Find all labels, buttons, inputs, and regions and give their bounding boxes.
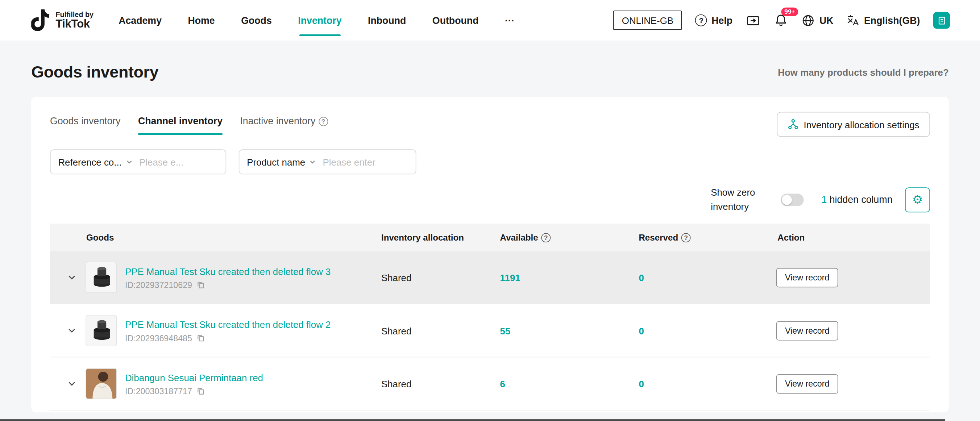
nav-item-inbound[interactable]: Inbound	[368, 0, 406, 41]
transfer-icon	[746, 13, 760, 27]
table-row: PPE Manual Test Sku created then deleted…	[50, 304, 930, 357]
view-record-button[interactable]: View record	[776, 374, 838, 393]
show-zero-inventory-toggle[interactable]	[781, 194, 804, 206]
header-inventory-allocation: Inventory allocation	[372, 233, 492, 243]
tab-channel-inventory[interactable]: Channel inventory	[138, 112, 223, 135]
transfer-button[interactable]	[746, 13, 760, 27]
product-image	[86, 368, 117, 399]
help-label: Help	[711, 15, 732, 26]
allocation-value: Shared	[372, 378, 492, 389]
inventory-table: Goods Inventory allocation Available? Re…	[50, 224, 930, 410]
table-row: Dibangun Sesuai Permintaan red ID:200303…	[50, 357, 930, 410]
show-zero-inventory-label: Show zero inventory	[711, 186, 768, 214]
tab-goods-inventory[interactable]: Goods inventory	[50, 112, 121, 135]
available-value[interactable]: 1191	[500, 272, 520, 283]
nav-item-outbound[interactable]: Outbound	[433, 0, 479, 41]
tabs: Goods inventory Channel inventory Inacti…	[50, 112, 328, 135]
account-avatar[interactable]	[933, 12, 950, 29]
app-viewport: Fulfilled by TikTok Academy Home Goods I…	[0, 0, 980, 421]
copy-id-icon[interactable]	[196, 387, 205, 396]
copy-id-icon[interactable]	[196, 334, 205, 343]
product-name-field-label: Product name	[247, 157, 305, 167]
filters-row: Reference co... Product name	[50, 149, 930, 174]
tab-goods-inventory-label: Goods inventory	[50, 116, 121, 127]
tabs-row: Goods inventory Channel inventory Inacti…	[50, 112, 930, 137]
nav-item-home[interactable]: Home	[188, 0, 215, 41]
help-icon: ?	[695, 14, 707, 27]
tab-channel-inventory-label: Channel inventory	[138, 116, 223, 127]
region-label: UK	[819, 15, 834, 26]
header-reserved: Reserved?	[630, 233, 769, 243]
reference-code-field-label: Reference co...	[58, 157, 121, 167]
product-name-link[interactable]: PPE Manual Test Sku created then deleted…	[125, 318, 331, 332]
view-record-button[interactable]: View record	[776, 268, 838, 287]
help-button[interactable]: ? Help	[695, 14, 732, 27]
tab-inactive-inventory[interactable]: Inactive inventory ?	[240, 112, 328, 135]
nav-item-academy[interactable]: Academy	[119, 0, 162, 41]
view-record-button[interactable]: View record	[776, 321, 838, 340]
notification-badge: 99+	[781, 8, 799, 16]
product-name-filter: Product name	[239, 149, 417, 174]
brand-text: Fulfilled by TikTok	[56, 11, 94, 30]
tab-inactive-inventory-label: Inactive inventory	[240, 116, 315, 127]
tiktok-logo-icon	[31, 10, 50, 31]
product-name-input[interactable]	[323, 157, 409, 167]
row-expand-chevron[interactable]	[66, 325, 78, 336]
chevron-down-icon	[126, 158, 133, 165]
page-head: Goods inventory How many products should…	[31, 56, 949, 87]
reserved-value[interactable]: 0	[639, 272, 644, 283]
nav-item-goods[interactable]: Goods	[241, 0, 272, 41]
allocation-button-label: Inventory allocation settings	[804, 119, 920, 130]
language-selector[interactable]: English(GB)	[846, 14, 920, 27]
table-controls-row: Show zero inventory 1 hidden column ⚙	[50, 186, 930, 214]
gear-icon: ⚙	[912, 192, 923, 207]
header-action: Action	[769, 233, 930, 243]
prepare-help-link[interactable]: How many products should I prepare?	[778, 67, 948, 77]
row-expand-chevron[interactable]	[66, 272, 78, 283]
reserved-value[interactable]: 0	[639, 325, 644, 336]
brand-logo[interactable]: Fulfilled by TikTok	[31, 10, 94, 31]
allocation-value: Shared	[372, 272, 492, 283]
product-name-field-selector[interactable]: Product name	[247, 157, 317, 167]
reference-code-filter: Reference co...	[50, 149, 226, 174]
row-expand-chevron[interactable]	[66, 378, 78, 389]
product-id: ID:202937210629	[125, 280, 192, 290]
page-title: Goods inventory	[31, 62, 158, 81]
table-header-row: Goods Inventory allocation Available? Re…	[50, 224, 930, 251]
table-row: PPE Manual Test Sku created then deleted…	[50, 251, 930, 304]
notifications-button[interactable]: 99+	[774, 13, 788, 27]
copy-id-icon[interactable]	[196, 281, 205, 289]
top-nav: Fulfilled by TikTok Academy Home Goods I…	[0, 0, 980, 41]
available-value[interactable]: 6	[500, 378, 505, 389]
chevron-down-icon	[309, 158, 317, 165]
nav-item-inventory[interactable]: Inventory	[298, 0, 341, 41]
allocation-icon	[788, 119, 799, 130]
shop-selector[interactable]: ONLINE-GB	[613, 11, 682, 30]
product-id: ID:202936948485	[125, 334, 192, 343]
inactive-inventory-help-icon[interactable]: ?	[318, 117, 328, 126]
region-selector[interactable]: UK	[801, 13, 834, 27]
reserved-value[interactable]: 0	[639, 378, 644, 389]
available-value[interactable]: 55	[500, 325, 511, 336]
inventory-allocation-settings-button[interactable]: Inventory allocation settings	[777, 112, 930, 137]
hidden-column-count: 1	[821, 194, 827, 204]
nav-item-more[interactable]: ···	[505, 0, 515, 41]
product-image	[86, 262, 117, 293]
product-name-link[interactable]: PPE Manual Test Sku created then deleted…	[125, 265, 331, 279]
product-image	[86, 315, 117, 346]
allocation-value: Shared	[372, 325, 492, 336]
column-settings-button[interactable]: ⚙	[905, 187, 930, 212]
available-help-icon[interactable]: ?	[541, 233, 550, 242]
header-goods: Goods	[50, 233, 372, 243]
horizontal-scrollbar[interactable]	[0, 419, 945, 421]
language-label: English(GB)	[864, 15, 920, 26]
product-name-link[interactable]: Dibangun Sesuai Permintaan red	[125, 371, 263, 385]
reference-code-input[interactable]	[139, 157, 218, 167]
reference-code-field-selector[interactable]: Reference co...	[58, 157, 133, 167]
account-icon	[937, 15, 947, 25]
globe-icon	[801, 13, 815, 27]
toggle-knob	[782, 195, 792, 205]
reserved-help-icon[interactable]: ?	[681, 233, 691, 242]
inventory-card: Goods inventory Channel inventory Inacti…	[31, 97, 949, 412]
brand-line2: TikTok	[56, 18, 94, 30]
